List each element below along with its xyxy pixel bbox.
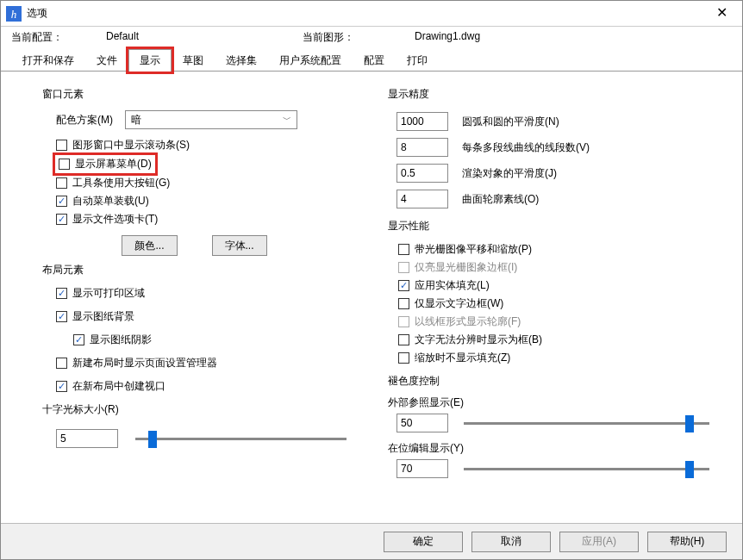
current-drawing-value: Drawing1.dwg [415,30,480,45]
checkbox-text-frame[interactable] [398,298,409,309]
pline-segments-input[interactable]: 8 [396,138,448,157]
crosshair-slider[interactable] [135,438,347,440]
titlebar: h 选项 ✕ [1,1,742,27]
print-area-label: 显示可打印区域 [72,286,145,301]
paper-bg-label: 显示图纸背景 [72,309,134,324]
text-box-label: 文字无法分辨时显示为框(B) [415,333,542,347]
help-button[interactable]: 帮助(H) [647,532,727,552]
apply-button: 应用(A) [559,532,639,552]
scrollbar-label: 图形窗口中显示滚动条(S) [72,138,190,152]
fade-edit-label: 在位编辑显示(Y) [388,441,727,456]
left-column: 窗口元素 配色方案(M) 暗 ﹀ 图形窗口中显示滚动条(S) 显示屏幕菜单(D) [25,80,364,514]
render-smooth-input[interactable]: 0.5 [396,164,448,183]
big-buttons-label: 工具条使用大按钮(G) [72,176,170,190]
fade-xref-slider[interactable] [464,422,709,425]
screen-menu-label: 显示屏幕菜单(D) [75,157,152,171]
precision-label: 显示精度 [388,87,727,102]
arc-smooth-input[interactable]: 1000 [396,112,448,131]
tab-print[interactable]: 打印 [396,49,439,72]
zoom-nofill-label: 缩放时不显示填充(Z) [415,351,510,365]
right-column: 显示精度 1000 圆弧和圆的平滑度(N) 8 每条多段线曲线的线段数(V) 0… [388,80,727,514]
raster-frame-label: 仅亮显光栅图象边框(I) [415,260,517,275]
close-button[interactable]: ✕ [704,1,739,27]
tab-sketch[interactable]: 草图 [172,49,215,72]
current-config-label: 当前配置： [11,30,63,45]
window-title: 选项 [27,6,47,21]
paper-shadow-label: 显示图纸阴影 [90,333,152,347]
checkbox-print-area[interactable]: ✓ [56,288,67,299]
color-scheme-value: 暗 [131,113,141,128]
crosshair-input[interactable]: 5 [56,429,118,448]
checkbox-solid-fill[interactable]: ✓ [398,280,409,291]
layout-elements-label: 布局元素 [42,263,364,277]
tab-selection[interactable]: 选择集 [215,49,268,72]
color-scheme-label: 配色方案(M) [56,113,113,128]
fade-edit-input[interactable]: 70 [396,459,448,478]
text-frame-label: 仅显示文字边框(W) [415,296,503,311]
pline-segments-label: 每条多段线曲线的线段数(V) [462,140,590,155]
options-dialog: h 选项 ✕ 当前配置： Default 当前图形： Drawing1.dwg … [0,0,743,560]
checkbox-raster-pan[interactable] [398,244,409,255]
tab-bar: 打开和保存 文件 显示 草图 选择集 用户系统配置 配置 打印 [1,48,742,72]
arc-smooth-label: 圆弧和圆的平滑度(N) [462,115,559,129]
checkbox-wireframe [398,316,409,327]
colors-button[interactable]: 颜色... [122,235,177,256]
fade-xref-input[interactable]: 50 [396,414,448,432]
chevron-down-icon: ﹀ [283,114,291,126]
tab-file[interactable]: 文件 [85,49,128,72]
checkbox-paper-shadow[interactable]: ✓ [73,334,84,345]
cancel-button[interactable]: 取消 [471,532,551,552]
checkbox-viewport[interactable]: ✓ [56,381,67,392]
checkbox-auto-menu[interactable]: ✓ [56,196,67,207]
fade-xref-label: 外部参照显示(E) [388,395,727,410]
checkbox-zoom-nofill[interactable] [398,352,409,364]
file-tabs-label: 显示文件选项卡(T) [72,212,158,227]
checkbox-screen-menu[interactable] [59,159,70,170]
viewport-label: 在新布局中创建视口 [72,379,165,394]
fonts-button[interactable]: 字体... [212,235,267,256]
checkbox-file-tabs[interactable]: ✓ [56,214,67,225]
app-icon: h [6,6,22,22]
checkbox-raster-frame [398,262,409,273]
surface-contour-label: 曲面轮廓素线(O) [462,192,539,207]
window-elements-label: 窗口元素 [42,87,364,102]
ok-button[interactable]: 确定 [384,532,463,552]
dialog-footer: 确定 取消 应用(A) 帮助(H) [1,523,742,559]
wireframe-label: 以线框形式显示轮廓(F) [415,314,521,329]
checkbox-big-buttons[interactable] [56,177,67,189]
crosshair-label: 十字光标大小(R) [42,402,364,417]
fade-edit-slider[interactable] [464,468,709,470]
performance-label: 显示性能 [388,219,727,233]
current-drawing-label: 当前图形： [303,30,354,45]
color-scheme-select[interactable]: 暗 ﹀ [125,110,297,129]
tab-profiles[interactable]: 配置 [353,49,396,72]
tab-open-save[interactable]: 打开和保存 [11,49,85,72]
fade-label: 褪色度控制 [388,374,727,389]
checkbox-page-mgr[interactable] [56,358,67,369]
surface-contour-input[interactable]: 4 [396,190,448,208]
tab-display[interactable]: 显示 [128,49,172,72]
checkbox-paper-bg[interactable]: ✓ [56,311,67,322]
page-mgr-label: 新建布局时显示页面设置管理器 [72,356,217,370]
solid-fill-label: 应用实体填充(L) [415,278,490,293]
config-header: 当前配置： Default 当前图形： Drawing1.dwg [1,27,742,48]
checkbox-text-box[interactable] [398,334,409,345]
render-smooth-label: 渲染对象的平滑度(J) [462,166,557,181]
checkbox-scrollbar[interactable] [56,140,67,151]
raster-pan-label: 带光栅图像平移和缩放(P) [415,242,532,257]
auto-menu-label: 自动菜单装载(U) [72,194,149,208]
current-config-value: Default [106,30,139,45]
tab-user-system[interactable]: 用户系统配置 [268,49,353,72]
